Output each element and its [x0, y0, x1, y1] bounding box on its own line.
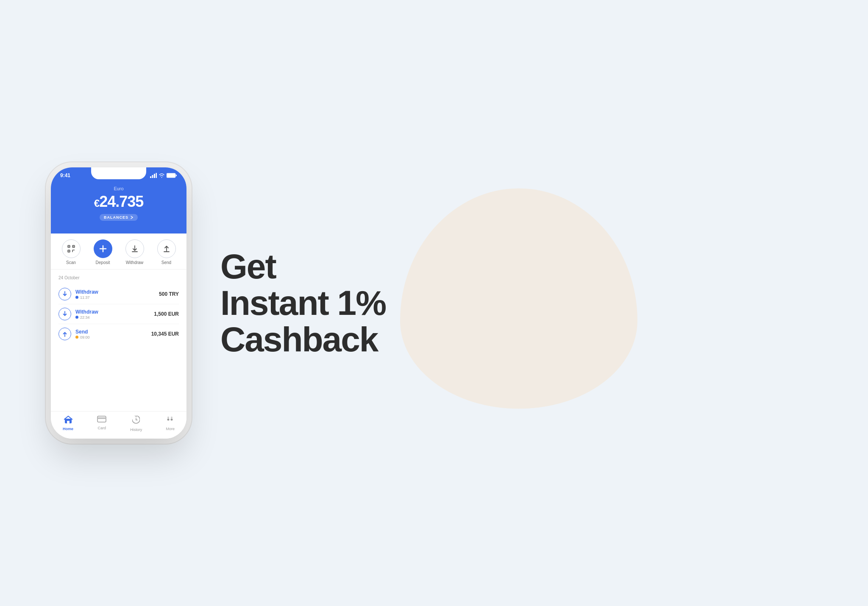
- deposit-label: Deposit: [96, 260, 110, 265]
- home-nav-label: Home: [63, 427, 73, 431]
- status-icons: [150, 173, 177, 178]
- phone-notch: [91, 167, 146, 179]
- transaction-item[interactable]: Send 09:00 10,345 EUR: [58, 324, 179, 344]
- transaction-name-2: Withdraw: [75, 309, 154, 315]
- nav-home[interactable]: Home: [63, 416, 73, 432]
- nav-history[interactable]: History: [130, 416, 142, 432]
- transaction-time-2: 22:34: [75, 315, 154, 320]
- wifi-icon: [159, 173, 165, 178]
- transaction-withdraw-icon-2: [58, 308, 71, 320]
- transaction-amount-3: 10,345 EUR: [151, 331, 179, 337]
- svg-rect-1: [152, 175, 153, 178]
- balances-button[interactable]: BALANCES: [100, 214, 138, 221]
- transaction-info-1: Withdraw 11:37: [75, 289, 159, 300]
- transaction-dot-1: [75, 296, 78, 299]
- scan-label: Scan: [66, 260, 76, 265]
- nav-card[interactable]: Card: [97, 416, 106, 432]
- svg-rect-5: [176, 175, 177, 176]
- history-nav-label: History: [130, 428, 142, 432]
- transaction-name-1: Withdraw: [75, 289, 159, 295]
- home-icon: [64, 416, 72, 425]
- withdraw-label: Withdraw: [126, 260, 144, 265]
- scan-icon-container: [62, 239, 81, 258]
- currency-symbol: €: [94, 197, 99, 209]
- home-nav-icon: [64, 416, 72, 423]
- action-scan[interactable]: Scan: [62, 239, 81, 265]
- transaction-date: 24 October: [58, 275, 179, 280]
- arrow-up-icon: [62, 331, 68, 337]
- more-nav-icon: [166, 416, 175, 423]
- scan-icon: [67, 245, 75, 253]
- actions-section: Scan Deposit: [51, 234, 186, 270]
- page-container: 9:41: [0, 0, 868, 606]
- transaction-dot-3: [75, 336, 78, 339]
- headline-line3: Cashback: [220, 320, 378, 359]
- send-icon-container: [157, 239, 176, 258]
- signal-icon: [150, 173, 157, 178]
- transaction-info-3: Send 09:00: [75, 329, 151, 339]
- marketing-section: Get Instant 1% Cashback: [220, 248, 817, 358]
- transaction-time-3: 09:00: [75, 335, 151, 339]
- svg-point-29: [167, 419, 169, 421]
- card-nav-label: Card: [97, 426, 106, 430]
- withdraw-icon: [131, 245, 139, 253]
- action-deposit[interactable]: Deposit: [94, 239, 112, 265]
- transaction-item[interactable]: Withdraw 11:37 500 TRY: [58, 284, 179, 304]
- balance-amount: €24.735: [59, 193, 178, 211]
- history-icon: [132, 416, 140, 426]
- svg-rect-3: [156, 173, 157, 178]
- more-nav-label: More: [166, 427, 175, 431]
- transactions-section: 24 October Withdraw 11:37: [51, 270, 186, 411]
- svg-rect-4: [167, 173, 175, 178]
- headline-line1: Get: [220, 247, 276, 286]
- transaction-withdraw-icon-1: [58, 288, 71, 300]
- bottom-nav: Home Card: [51, 411, 186, 439]
- svg-rect-11: [68, 251, 69, 252]
- transaction-dot-2: [75, 316, 78, 319]
- deposit-icon-container: [94, 239, 112, 258]
- arrow-down-icon-2: [62, 311, 68, 317]
- svg-point-30: [170, 419, 172, 421]
- nav-more[interactable]: More: [166, 416, 175, 432]
- phone-mockup: 9:41: [51, 167, 186, 439]
- transaction-amount-2: 1,500 EUR: [154, 311, 179, 317]
- transaction-name-3: Send: [75, 329, 151, 335]
- card-icon: [97, 416, 106, 425]
- history-nav-icon: [132, 416, 140, 424]
- send-label: Send: [161, 260, 171, 265]
- transaction-time-1: 11:37: [75, 295, 159, 300]
- action-send[interactable]: Send: [157, 239, 176, 265]
- svg-rect-26: [97, 417, 106, 419]
- battery-icon: [167, 173, 177, 178]
- send-icon: [163, 245, 170, 253]
- svg-point-32: [171, 417, 172, 418]
- withdraw-icon-container: [125, 239, 144, 258]
- balance-section: Euro €24.735 BALANCES: [51, 182, 186, 234]
- transaction-item[interactable]: Withdraw 22:34 1,500 EUR: [58, 304, 179, 324]
- arrow-down-icon: [62, 291, 68, 297]
- more-icon: [166, 416, 175, 425]
- phone-wrapper: 9:41: [51, 167, 186, 439]
- status-time: 9:41: [60, 172, 70, 178]
- headline-line2: Instant 1%: [220, 284, 386, 322]
- blob-background: [400, 189, 637, 409]
- svg-rect-10: [73, 246, 74, 247]
- svg-rect-25: [97, 416, 106, 422]
- chevron-right-icon: [130, 216, 134, 219]
- svg-rect-0: [150, 176, 151, 178]
- transaction-amount-1: 500 TRY: [159, 291, 179, 297]
- transaction-info-2: Withdraw 22:34: [75, 309, 154, 320]
- transaction-send-icon-3: [58, 328, 71, 340]
- marketing-headline: Get Instant 1% Cashback: [220, 248, 386, 358]
- plus-icon: [99, 245, 107, 253]
- balance-label: Euro: [59, 186, 178, 191]
- card-nav-icon: [97, 416, 106, 423]
- svg-point-31: [167, 417, 169, 418]
- svg-rect-2: [154, 174, 155, 178]
- svg-rect-9: [68, 246, 69, 247]
- svg-rect-24: [67, 421, 70, 423]
- action-withdraw[interactable]: Withdraw: [125, 239, 144, 265]
